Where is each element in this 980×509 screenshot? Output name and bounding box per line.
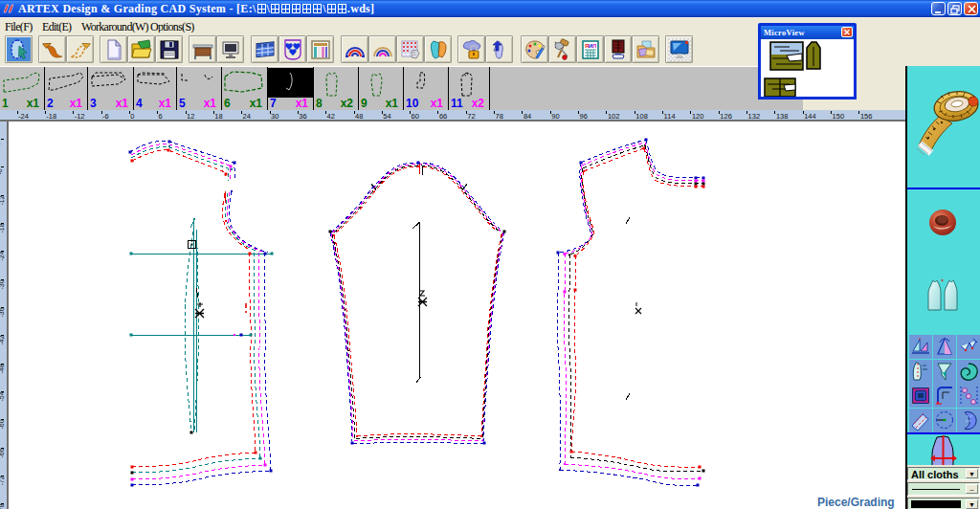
svg-text:Л: Л	[592, 43, 596, 49]
